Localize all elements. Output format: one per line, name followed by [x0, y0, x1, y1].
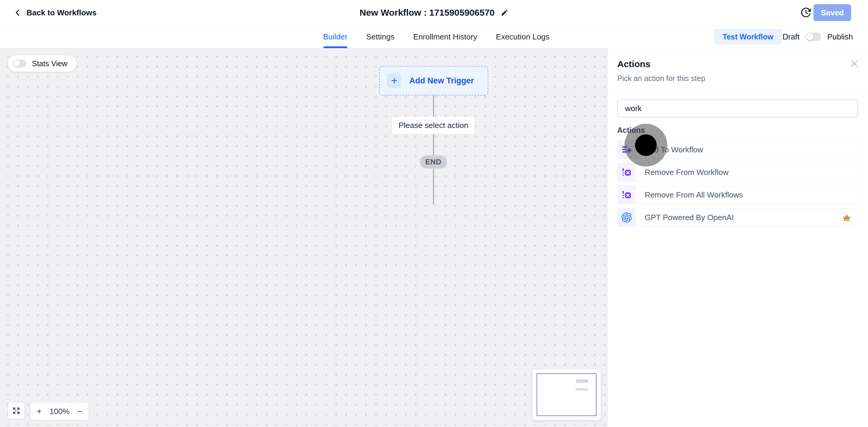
draft-publish-toggle[interactable]	[806, 33, 821, 41]
action-icon-column	[618, 186, 636, 203]
edit-pencil-icon[interactable]	[501, 9, 508, 17]
draft-label: Draft	[782, 32, 799, 41]
action-search-input[interactable]	[617, 99, 858, 118]
zoom-level: 100%	[48, 403, 71, 420]
tab-bar: Builder Settings Enrollment History Exec…	[0, 25, 868, 48]
add-trigger-label: Add New Trigger	[409, 76, 474, 86]
draft-publish-group: Draft Publish	[782, 25, 853, 48]
panel-subtitle: Pick an action for this step	[617, 74, 858, 83]
action-item-label: Remove From All Workflows	[645, 190, 743, 200]
select-action-node[interactable]: Please select action	[392, 117, 475, 134]
version-history-icon[interactable]	[800, 7, 812, 19]
remove-from-workflow-icon	[622, 190, 631, 200]
stats-view-pill: Stats View	[8, 56, 76, 72]
page-title: New Workflow : 1715905906570	[360, 7, 495, 18]
fit-to-screen-button[interactable]	[8, 403, 24, 419]
tab-settings[interactable]: Settings	[366, 25, 395, 48]
panel-header: Actions Pick an action for this step	[608, 48, 868, 91]
minimap-node-marker	[575, 388, 588, 391]
plus-icon: +	[387, 73, 401, 88]
action-item-label: Add To Workflow	[645, 145, 703, 155]
action-item-add-to-workflow[interactable]: Add To Workflow	[617, 141, 858, 159]
panel-title: Actions	[617, 59, 858, 69]
minimap[interactable]	[532, 369, 601, 420]
workflow-canvas[interactable]: Stats View + Add New Trigger Please sele…	[0, 48, 607, 427]
toggle-knob	[13, 60, 20, 67]
flow-connector-line	[433, 95, 434, 204]
saved-button[interactable]: Saved	[813, 4, 851, 21]
action-item-label: Remove From Workflow	[645, 168, 728, 177]
back-link-label: Back to Workflows	[27, 8, 96, 18]
action-list: Add To Workflow Remove From Workflow	[617, 141, 858, 226]
top-header-bar: Back to Workflows New Workflow : 1715905…	[0, 0, 868, 25]
stats-view-toggle[interactable]	[13, 60, 27, 67]
zoom-out-button[interactable]: −	[71, 403, 89, 420]
minimap-trigger-marker	[576, 380, 588, 383]
action-item-remove-from-workflow[interactable]: Remove From Workflow	[617, 163, 858, 181]
test-workflow-button[interactable]: Test Workflow	[714, 29, 782, 44]
publish-label: Publish	[827, 32, 853, 41]
zoom-in-button[interactable]: +	[30, 403, 48, 420]
action-item-label: GPT Powered By OpenAI	[645, 213, 734, 222]
tab-builder[interactable]: Builder	[323, 25, 347, 48]
action-icon-column	[618, 209, 636, 226]
action-item-gpt-powered-by-openai[interactable]: GPT Powered By OpenAI	[617, 208, 858, 226]
tab-execution-logs[interactable]: Execution Logs	[496, 25, 550, 48]
zoom-controls: + 100% −	[30, 403, 89, 420]
action-icon-column	[618, 141, 636, 158]
action-item-remove-from-all-workflows[interactable]: Remove From All Workflows	[617, 186, 858, 204]
premium-crown-icon	[842, 213, 851, 222]
tab-enrollment-history[interactable]: Enrollment History	[413, 25, 477, 48]
actions-side-panel: Actions Pick an action for this step Act…	[607, 48, 868, 427]
tabs-group: Builder Settings Enrollment History Exec…	[323, 25, 550, 48]
add-to-workflow-icon	[621, 145, 632, 155]
stats-view-label: Stats View	[32, 59, 67, 68]
add-new-trigger-node[interactable]: + Add New Trigger	[379, 66, 488, 95]
panel-body: Actions Add To Workflow	[608, 91, 868, 226]
close-icon[interactable]	[850, 59, 859, 68]
workflow-title-group: New Workflow : 1715905906570	[0, 0, 868, 25]
end-node: END	[420, 155, 447, 169]
actions-section-label: Actions	[617, 126, 858, 135]
action-icon-column	[618, 164, 636, 181]
back-to-workflows-link[interactable]: Back to Workflows	[14, 0, 96, 25]
toggle-knob	[806, 33, 813, 40]
minimap-viewport	[536, 373, 597, 416]
remove-from-workflow-icon	[622, 167, 631, 177]
openai-icon	[621, 212, 632, 223]
chevron-left-icon	[14, 9, 22, 17]
expand-icon	[12, 406, 21, 415]
